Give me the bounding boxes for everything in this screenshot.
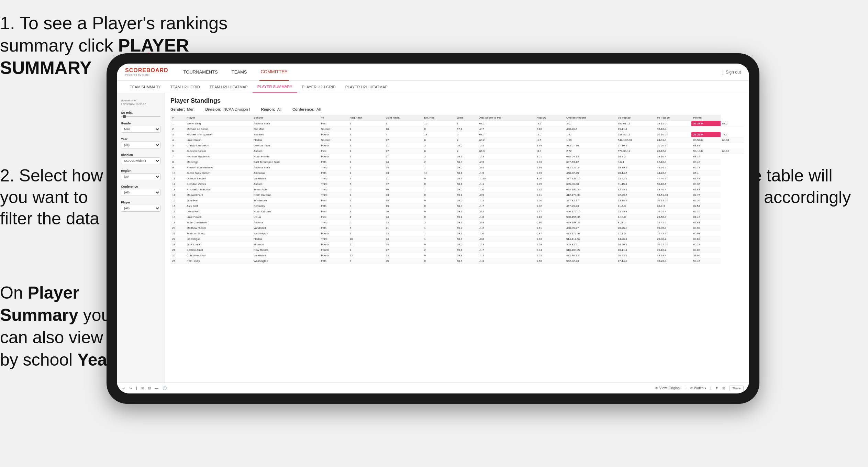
filter-region: Region: All bbox=[261, 107, 281, 111]
table-row: 12Brendan ValdesAuburnThird537068.4-1.11… bbox=[170, 181, 744, 187]
sub-nav-team-h2h-grid[interactable]: TEAM H2H GRID bbox=[166, 81, 205, 93]
table-row: 3Michael ThorbjornsenStanfordFourth24180… bbox=[170, 132, 744, 137]
col-vs-top-25: Vs Top 25 bbox=[616, 115, 655, 121]
watch-btn[interactable]: 👁 Watch ▾ bbox=[690, 386, 706, 390]
col-vs-top-50: Vs Top 50 bbox=[655, 115, 692, 121]
col-school: School bbox=[252, 115, 319, 121]
table-row: 15Jake HallTennesseeFifth718068.5-1.51.6… bbox=[170, 198, 744, 203]
conference-select[interactable]: (All) bbox=[121, 189, 160, 196]
logo-block: SCOREBOARD Powered by clippi bbox=[125, 68, 168, 76]
export-btn[interactable]: ⬆ bbox=[715, 386, 718, 390]
table-row: 26Petr HrubyWashingtonFifth725068.6-1.61… bbox=[170, 258, 744, 264]
table-row: 11Gordon SargentVanderbiltThird421068.7-… bbox=[170, 176, 744, 181]
sidebar-no-rds: No Rds. bbox=[121, 111, 160, 117]
table-row: 9Preston SummerhaysArizona StateThird124… bbox=[170, 165, 744, 170]
view-original-btn[interactable]: 👁 View: Original bbox=[655, 386, 680, 390]
table-row: 8Mats EgeEast Tennessee StateFifth124268… bbox=[170, 159, 744, 165]
sub-nav-player-summary[interactable]: PLAYER SUMMARY bbox=[253, 81, 297, 93]
table-row: 20Matthew RiedelVanderbiltFifth621169.2-… bbox=[170, 225, 744, 231]
col-avg-sg: Avg SG bbox=[535, 115, 564, 121]
sidebar-gender: Gender Men bbox=[121, 122, 160, 133]
copy-btn[interactable]: ⊞ bbox=[141, 386, 144, 390]
table-row: 22Ian GilliganFloridaThird1024168.7-0.81… bbox=[170, 236, 744, 242]
filter-division: Division: NCAA Division I bbox=[205, 107, 250, 111]
table-row: 18Luke PowellUCLAFirst424069.1-1.81.1350… bbox=[170, 214, 744, 220]
table-row: 17David FordNorth CarolinaFifth920069.2-… bbox=[170, 209, 744, 214]
toolbar-separator2: — bbox=[155, 386, 158, 390]
sidebar-conference: Conference (All) bbox=[121, 185, 160, 196]
col-rank: # bbox=[170, 115, 185, 121]
table-row: 4Luke ClatonFloridaSecond1276268.2-1.61.… bbox=[170, 137, 744, 143]
table-row: 5Christo LamprechtGeorgia TechFourth2212… bbox=[170, 143, 744, 148]
col-reg-rank: Reg Rank bbox=[348, 115, 384, 121]
header-sign-out[interactable]: | Sign out bbox=[722, 70, 741, 75]
table-title: Player Standings bbox=[170, 97, 744, 104]
toolbar-separator: | bbox=[136, 386, 137, 390]
share-btn[interactable]: Share bbox=[729, 386, 744, 391]
table-row: 2Michael Le SassoOle MissSecond118067.1-… bbox=[170, 126, 744, 132]
nav-tournaments[interactable]: TOURNAMENTS bbox=[182, 64, 219, 81]
col-player: Player bbox=[185, 115, 252, 121]
table-header-row: # Player School Yr Reg Rank Conf Rank No… bbox=[170, 115, 744, 121]
division-select[interactable]: NCAA Division I bbox=[121, 157, 160, 164]
app-logo-sub: Powered by clippi bbox=[125, 73, 168, 76]
sidebar-update: Update time: 27/03/2024 16:56:26 bbox=[121, 99, 160, 106]
sub-nav-team-h2h-heatmap[interactable]: TEAM H2H HEATMAP bbox=[205, 81, 253, 93]
table-row: 16Alex GoffKentuckyFifth819068.3-1.71.92… bbox=[170, 203, 744, 209]
filter-conference: Conference: All bbox=[292, 107, 321, 111]
year-select[interactable]: (All) bbox=[121, 142, 160, 148]
main-nav: TOURNAMENTS TEAMS COMMITTEE bbox=[182, 64, 723, 81]
col-no-rds: No. Rds. bbox=[423, 115, 455, 121]
sub-nav-player-h2h-grid[interactable]: PLAYER H2H GRID bbox=[297, 81, 341, 93]
redo-btn[interactable]: ↪ bbox=[129, 386, 132, 390]
table-row: 19Tiger ChristensenArizonaThird523269.2-… bbox=[170, 220, 744, 225]
col-points: Points bbox=[691, 115, 720, 121]
layout-btn[interactable]: ⊞ bbox=[722, 386, 725, 390]
filter-gender: Gender: Men bbox=[170, 107, 194, 111]
table-row: 13Phichaksn MaichonTexas A&MThird630169.… bbox=[170, 187, 744, 192]
slider-thumb[interactable] bbox=[123, 115, 126, 118]
table-row: 7Nicholas GabrelcikNorth FloridaFourth12… bbox=[170, 154, 744, 159]
table-row: 25Cole SherwoodVanderbiltFourth1223069.3… bbox=[170, 253, 744, 258]
undo-btn[interactable]: ↩ bbox=[122, 386, 125, 390]
col-conf-rank: Conf Rank bbox=[384, 115, 423, 121]
app-header: SCOREBOARD Powered by clippi TOURNAMENTS… bbox=[117, 64, 749, 81]
sidebar-division: Division NCAA Division I bbox=[121, 153, 160, 164]
app-logo: SCOREBOARD bbox=[125, 68, 168, 73]
sub-nav-player-h2h-heatmap[interactable]: PLAYER H2H HEATMAP bbox=[341, 81, 392, 93]
paste-btn[interactable]: ⊟ bbox=[148, 386, 151, 390]
main-content: Update time: 27/03/2024 16:56:26 No Rds.… bbox=[117, 93, 749, 382]
sub-nav: TEAM SUMMARY TEAM H2H GRID TEAM H2H HEAT… bbox=[117, 81, 749, 93]
player-select[interactable]: (All) bbox=[121, 205, 160, 212]
col-yr: Yr bbox=[319, 115, 348, 121]
bottom-toolbar: ↩ ↪ | ⊞ ⊟ — 🕐 👁 View: Original | 👁 Watch… bbox=[117, 382, 749, 393]
toolbar-sep4: | bbox=[710, 386, 711, 390]
col-adj-score: Adj. Score to Par bbox=[478, 115, 535, 121]
sidebar-region: Region N/A bbox=[121, 169, 160, 180]
table-row: 23Jack LundinMissouriFourth1124068.6-2.3… bbox=[170, 242, 744, 247]
col-overall: Overall Record bbox=[565, 115, 616, 121]
table-row: 14Maxwell FordNorth CarolinaThird123069.… bbox=[170, 192, 744, 198]
table-area: Player Standings Gender: Men Division: N… bbox=[165, 93, 749, 382]
sidebar: Update time: 27/03/2024 16:56:26 No Rds.… bbox=[117, 93, 165, 382]
sidebar-player: Player (All) bbox=[121, 201, 160, 212]
table-row: 24Bastien AmatNew MexicoFourth127269.4-1… bbox=[170, 247, 744, 253]
no-rds-slider[interactable] bbox=[121, 116, 160, 117]
table-row: 1Wenyi DingArizona StateFirst1115167.1-3… bbox=[170, 121, 744, 126]
tablet-screen: SCOREBOARD Powered by clippi TOURNAMENTS… bbox=[117, 64, 749, 393]
table-row: 21Taehoon SongWashingtonFourth123169.1-1… bbox=[170, 231, 744, 236]
region-select[interactable]: N/A bbox=[121, 173, 160, 180]
table-row: 6Jackson KoivunAuburnFirst1276267.3-3.02… bbox=[170, 148, 744, 154]
toolbar-sep3: | bbox=[685, 386, 686, 390]
player-standings-table: # Player School Yr Reg Rank Conf Rank No… bbox=[170, 115, 744, 264]
gender-select[interactable]: Men bbox=[121, 126, 160, 133]
sidebar-year: Year (All) bbox=[121, 137, 160, 148]
clock-icon: 🕐 bbox=[163, 386, 167, 390]
sub-nav-team-summary[interactable]: TEAM SUMMARY bbox=[125, 81, 166, 93]
col-wins: Wins bbox=[455, 115, 478, 121]
nav-committee[interactable]: COMMITTEE bbox=[259, 64, 289, 81]
nav-teams[interactable]: TEAMS bbox=[230, 64, 248, 81]
table-filters: Gender: Men Division: NCAA Division I Re… bbox=[170, 107, 744, 111]
tablet: SCOREBOARD Powered by clippi TOURNAMENTS… bbox=[107, 53, 759, 404]
table-row: 10Jacob Skov OlesenArkansasFifth1231068.… bbox=[170, 170, 744, 176]
